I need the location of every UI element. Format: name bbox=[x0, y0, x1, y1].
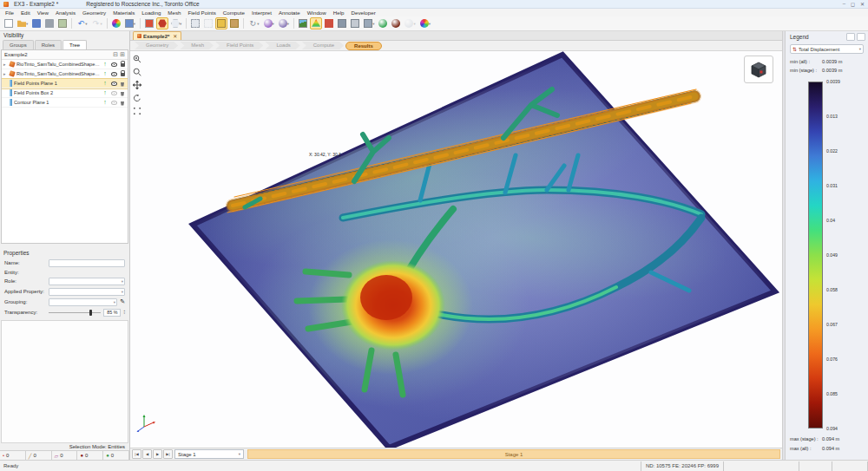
tree-item[interactable]: Field Points Plane 1↑ bbox=[2, 79, 128, 88]
legend-chart-button[interactable] bbox=[857, 33, 865, 41]
slider-handle[interactable] bbox=[89, 310, 92, 316]
color-palette-button[interactable] bbox=[110, 17, 122, 29]
menu-file[interactable]: File bbox=[2, 10, 17, 16]
tree-item[interactable]: Contour Plane 1↑ bbox=[2, 98, 128, 108]
contour-sphere-button[interactable] bbox=[377, 17, 389, 29]
pan-icon[interactable] bbox=[132, 80, 142, 90]
move-up-icon[interactable]: ↑ bbox=[102, 88, 108, 97]
hidden-eye-icon[interactable] bbox=[110, 98, 117, 107]
menu-interpret[interactable]: Interpret bbox=[248, 10, 275, 16]
save-button[interactable] bbox=[30, 17, 43, 29]
move-up-icon[interactable]: ↑ bbox=[102, 60, 108, 69]
contours-view-button[interactable] bbox=[310, 17, 322, 29]
transparency-spinner[interactable]: ▴▾ bbox=[123, 310, 125, 315]
open-file-button[interactable]: ▾ bbox=[16, 17, 30, 29]
tab-tree[interactable]: Tree bbox=[62, 40, 87, 49]
menu-materials[interactable]: Materials bbox=[109, 10, 138, 16]
viewport-3d[interactable]: X: 30.42, Y: 30.3 bbox=[130, 51, 782, 448]
close-button[interactable]: ✕ bbox=[860, 1, 865, 7]
menu-annotate[interactable]: Annotate bbox=[275, 10, 304, 16]
display-options-button[interactable]: ▾ bbox=[418, 17, 432, 29]
maximize-button[interactable]: ◻ bbox=[851, 1, 855, 7]
select-box-icon[interactable] bbox=[132, 106, 142, 116]
undo-button[interactable]: ↶▾ bbox=[75, 17, 89, 29]
menu-help[interactable]: Help bbox=[330, 10, 348, 16]
menu-loading[interactable]: Loading bbox=[138, 10, 164, 16]
grouping-select[interactable] bbox=[49, 298, 117, 306]
menu-field-points[interactable]: Field Points bbox=[184, 10, 219, 16]
ghost-tools-button[interactable]: ▾ bbox=[403, 17, 417, 29]
prev-stage-button[interactable]: ◀ bbox=[142, 449, 152, 459]
result-sphere-button[interactable] bbox=[390, 17, 402, 29]
visible-eye-icon[interactable] bbox=[110, 69, 117, 78]
move-up-icon[interactable]: ↑ bbox=[102, 98, 108, 107]
menu-mesh[interactable]: Mesh bbox=[164, 10, 184, 16]
first-stage-button[interactable]: |◀ bbox=[132, 449, 141, 459]
tree-item[interactable]: ▸RioTinto_SamTalu_CombinedShape_geom.Def… bbox=[2, 69, 128, 79]
query-tool-button[interactable]: ▾ bbox=[262, 17, 276, 29]
measure-tool-button[interactable]: ▾ bbox=[277, 17, 291, 29]
menu-compute[interactable]: Compute bbox=[220, 10, 248, 16]
lock-icon[interactable] bbox=[119, 69, 126, 78]
loads-manager-button[interactable] bbox=[228, 17, 240, 29]
document-tab[interactable]: Example2* ✕ bbox=[133, 31, 181, 40]
interpret-view-button[interactable] bbox=[297, 17, 309, 29]
collapse-all-button[interactable]: ⊟ bbox=[113, 51, 118, 58]
redo-button[interactable]: ↷▾ bbox=[90, 17, 104, 29]
mesh-texture-button[interactable] bbox=[349, 17, 361, 29]
delete-icon[interactable] bbox=[119, 88, 126, 97]
next-stage-button[interactable]: ▶ bbox=[153, 449, 162, 459]
legend-field-select[interactable]: ⇅ Total Displacement ▾ bbox=[790, 44, 864, 54]
last-stage-button[interactable]: ▶| bbox=[163, 449, 173, 459]
delete-icon[interactable] bbox=[119, 98, 126, 107]
workflow-tab-results[interactable]: Results bbox=[345, 42, 382, 50]
menu-developer[interactable]: Developer bbox=[347, 10, 378, 16]
annotate-pen-button[interactable] bbox=[143, 17, 155, 29]
expander-icon[interactable]: ▸ bbox=[3, 71, 8, 76]
stage-selector[interactable]: Stage 1 ▾ bbox=[174, 449, 244, 459]
rotate-icon[interactable] bbox=[132, 93, 142, 103]
menu-geometry[interactable]: Geometry bbox=[79, 10, 109, 16]
visible-eye-icon[interactable] bbox=[110, 60, 117, 69]
transparency-value[interactable]: 85 % bbox=[103, 309, 121, 317]
zoom-icon[interactable] bbox=[132, 67, 142, 77]
tree-item[interactable]: Field Points Box 2↑ bbox=[2, 88, 128, 98]
mesh-visible-button[interactable] bbox=[336, 17, 348, 29]
export-image-button[interactable] bbox=[56, 17, 69, 29]
tree-item[interactable]: ▸RioTinto_SamTalu_CombinedShape_geom.Def… bbox=[2, 60, 128, 69]
zoom-window-icon[interactable] bbox=[132, 54, 142, 64]
move-up-icon[interactable]: ↑ bbox=[102, 69, 108, 78]
menu-window[interactable]: Window bbox=[304, 10, 330, 16]
print-button[interactable] bbox=[43, 17, 56, 29]
select-lock-button[interactable] bbox=[189, 17, 201, 29]
expander-icon[interactable]: ▸ bbox=[3, 62, 8, 67]
delete-icon[interactable] bbox=[119, 79, 126, 88]
hidden-eye-icon[interactable] bbox=[110, 88, 117, 97]
tab-groups[interactable]: Groups bbox=[3, 40, 34, 49]
edit-pencil-icon[interactable]: ✎ bbox=[120, 298, 125, 305]
iso-view-button[interactable]: ▾ bbox=[362, 17, 376, 29]
minimize-button[interactable]: – bbox=[843, 1, 845, 7]
tab-roles[interactable]: Roles bbox=[35, 40, 62, 49]
expand-all-button[interactable]: ⊞ bbox=[120, 51, 125, 58]
mesh-hide-button[interactable] bbox=[323, 17, 335, 29]
lock-icon[interactable] bbox=[119, 60, 126, 69]
wireframe-view-button[interactable]: ▾ bbox=[169, 17, 183, 29]
snapshot-button[interactable]: ▾ bbox=[123, 17, 137, 29]
tab-close-icon[interactable]: ✕ bbox=[173, 33, 177, 39]
stage-timeline-strip[interactable]: Stage 1 bbox=[247, 449, 780, 459]
select-clear-button[interactable] bbox=[202, 17, 214, 29]
solid-view-button[interactable] bbox=[156, 17, 168, 29]
view-orientation-cube[interactable] bbox=[744, 56, 773, 83]
move-up-icon[interactable]: ↑ bbox=[102, 79, 108, 88]
orbit-tool-button[interactable]: ↻▾ bbox=[247, 17, 260, 29]
legend-settings-button[interactable] bbox=[846, 33, 855, 41]
field-points-manager-button[interactable] bbox=[215, 17, 227, 29]
applied-property-select[interactable] bbox=[49, 288, 125, 296]
role-select[interactable] bbox=[49, 278, 125, 285]
transparency-slider[interactable] bbox=[49, 309, 101, 317]
name-field[interactable] bbox=[49, 259, 125, 267]
menu-edit[interactable]: Edit bbox=[17, 10, 34, 16]
visible-eye-icon[interactable] bbox=[110, 79, 117, 88]
menu-view[interactable]: View bbox=[34, 10, 52, 16]
